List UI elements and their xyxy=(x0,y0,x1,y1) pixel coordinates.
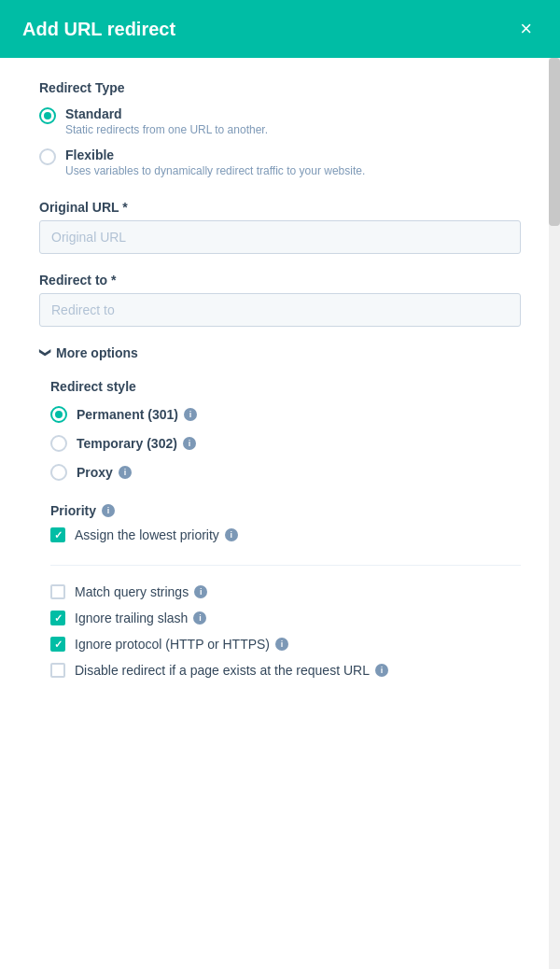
checkbox-box-disable-redirect xyxy=(50,663,65,678)
scrollbar-thumb[interactable] xyxy=(549,58,560,226)
radio-option-proxy[interactable]: Proxy i xyxy=(50,463,521,481)
section-divider xyxy=(50,565,521,566)
checkbox-label-ignore-trailing: Ignore trailing slash xyxy=(75,611,188,625)
more-options-label: More options xyxy=(56,345,138,360)
checkbox-ignore-protocol[interactable]: Ignore protocol (HTTP or HTTPS) i xyxy=(50,637,521,652)
radio-option-temporary[interactable]: Temporary (302) i xyxy=(50,434,521,452)
radio-label-flexible: Flexible xyxy=(65,147,365,162)
checkbox-disable-redirect[interactable]: Disable redirect if a page exists at the… xyxy=(50,663,521,678)
radio-label-standard: Standard xyxy=(65,106,268,121)
priority-label-row: Priority i xyxy=(50,503,521,518)
radio-circle-proxy xyxy=(50,464,67,481)
radio-circle-temporary xyxy=(50,435,67,452)
original-url-input[interactable] xyxy=(39,220,521,254)
info-icon-priority[interactable]: i xyxy=(102,504,115,517)
modal-body: Redirect Type Standard Static redirects … xyxy=(0,58,560,969)
info-icon-permanent[interactable]: i xyxy=(184,408,197,421)
info-icon-disable-redirect[interactable]: i xyxy=(375,664,388,677)
radio-circle-flexible xyxy=(39,148,56,165)
chevron-down-icon: ❮ xyxy=(37,348,50,358)
info-icon-proxy[interactable]: i xyxy=(119,466,132,479)
close-button[interactable]: × xyxy=(514,17,538,41)
radio-label-proxy: Proxy xyxy=(77,465,113,480)
checkbox-box-match-query xyxy=(50,584,65,599)
redirect-type-section: Redirect Type Standard Static redirects … xyxy=(39,80,521,177)
modal-header: Add URL redirect × xyxy=(0,0,560,58)
redirect-type-label: Redirect Type xyxy=(39,80,521,95)
modal-title: Add URL redirect xyxy=(22,19,175,40)
info-icon-ignore-protocol[interactable]: i xyxy=(275,638,288,651)
redirect-to-label: Redirect to * xyxy=(39,273,521,288)
radio-option-permanent[interactable]: Permanent (301) i xyxy=(50,405,521,423)
info-icon-ignore-trailing[interactable]: i xyxy=(193,611,206,625)
checkbox-box-ignore-trailing xyxy=(50,611,65,625)
checkbox-ignore-trailing[interactable]: Ignore trailing slash i xyxy=(50,611,521,625)
checkbox-label-disable-redirect: Disable redirect if a page exists at the… xyxy=(75,663,370,678)
info-icon-lowest-priority[interactable]: i xyxy=(225,528,238,541)
checkbox-box-ignore-protocol xyxy=(50,637,65,652)
original-url-group: Original URL * xyxy=(39,200,521,254)
original-url-label: Original URL * xyxy=(39,200,521,215)
priority-section: Priority i Assign the lowest priority i xyxy=(50,503,521,542)
redirect-to-input[interactable] xyxy=(39,293,521,327)
scrollbar-track xyxy=(549,58,560,969)
radio-text-standard: Standard Static redirects from one URL t… xyxy=(65,106,268,136)
redirect-to-group: Redirect to * xyxy=(39,273,521,327)
checkbox-label-ignore-protocol: Ignore protocol (HTTP or HTTPS) xyxy=(75,637,270,652)
info-icon-temporary[interactable]: i xyxy=(183,437,196,450)
info-icon-match-query[interactable]: i xyxy=(194,585,207,598)
redirect-style-section: Redirect style Permanent (301) i Tempora… xyxy=(50,379,521,481)
radio-desc-flexible: Uses variables to dynamically redirect t… xyxy=(65,164,365,177)
radio-desc-standard: Static redirects from one URL to another… xyxy=(65,123,268,136)
radio-label-permanent: Permanent (301) xyxy=(77,407,178,422)
radio-circle-permanent xyxy=(50,406,67,423)
redirect-style-label: Redirect style xyxy=(50,379,521,394)
checkbox-box-lowest-priority xyxy=(50,527,65,542)
checkbox-match-query[interactable]: Match query strings i xyxy=(50,584,521,599)
checkbox-label-lowest-priority: Assign the lowest priority xyxy=(75,527,219,542)
priority-label: Priority xyxy=(50,503,96,518)
more-options-section: Redirect style Permanent (301) i Tempora… xyxy=(39,379,521,678)
radio-label-temporary: Temporary (302) xyxy=(77,436,177,451)
radio-circle-standard xyxy=(39,107,56,124)
radio-option-standard[interactable]: Standard Static redirects from one URL t… xyxy=(39,106,521,136)
radio-option-flexible[interactable]: Flexible Uses variables to dynamically r… xyxy=(39,147,521,177)
checkbox-label-match-query: Match query strings xyxy=(75,584,189,599)
radio-text-flexible: Flexible Uses variables to dynamically r… xyxy=(65,147,365,177)
more-options-toggle[interactable]: ❮ More options xyxy=(39,345,521,360)
checkbox-lowest-priority[interactable]: Assign the lowest priority i xyxy=(50,527,521,542)
